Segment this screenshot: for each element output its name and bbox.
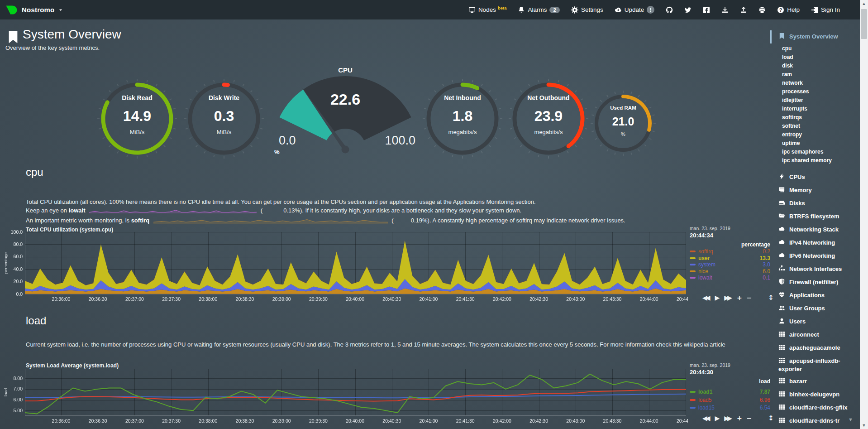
chart-zoom-out-button[interactable]: − [747, 294, 752, 301]
softirq-note-bold: softirq [131, 217, 149, 224]
legend-series-name: iowait [698, 275, 712, 281]
sidebar-item-label: apacheguacamole [789, 344, 840, 351]
sidebar-item-label: IPv6 Networking [789, 252, 835, 259]
chart-zoom-out-button[interactable]: − [747, 415, 752, 422]
load-chart[interactable] [4, 367, 688, 427]
legend-entry-user[interactable]: user13.3 [690, 255, 770, 261]
sidebar-item-users[interactable]: Users [770, 315, 859, 328]
sidebar-item-bazarr[interactable]: bazarr [770, 375, 859, 388]
legend-entry-iowait[interactable]: iowait0.1 [690, 275, 770, 281]
sidebar-item-user-groups[interactable]: User Groups [770, 302, 859, 315]
hostname[interactable]: Nostromo [22, 6, 54, 14]
nav-load-snapshot[interactable] [740, 6, 747, 14]
nav-nodes[interactable]: Nodesbeta [468, 6, 507, 14]
chart-play-button[interactable]: ▶ [715, 415, 720, 422]
gauge-net-outbound[interactable]: Net Outbound23.9megabits/s [508, 78, 589, 159]
nav-alarms-label: Alarms [528, 6, 547, 13]
sidebar-item-load[interactable]: load [770, 53, 859, 62]
sidebar-item-ipc-semaphores[interactable]: ipc semaphores [770, 148, 859, 156]
sidebar-item-softirqs[interactable]: softirqs [770, 113, 859, 122]
sidebar-item-binhex-delugevpn[interactable]: binhex-delugevpn [770, 388, 859, 401]
nav-print[interactable] [758, 6, 766, 14]
sidebar-item-label: entropy [782, 131, 802, 138]
legend-date: man. 23. sep. 2019 [690, 362, 770, 368]
sidebar-item-ipv4-networking[interactable]: IPv4 Networking [770, 236, 859, 250]
sidebar-item-network[interactable]: network [770, 79, 859, 87]
sidebar-item-cpus[interactable]: CPUs [770, 171, 859, 184]
sidebar-item-cloudflare-ddns-gflix[interactable]: cloudflare-ddns-gflix [770, 401, 859, 415]
cpu-chart-legend: man. 23. sep. 201920:44:34percentagesoft… [690, 226, 770, 248]
sidebar-item-apacheguacamole[interactable]: apacheguacamole [770, 342, 859, 355]
legend-entry-load1[interactable]: load17.87 [690, 389, 770, 395]
sidebar-item-label: BTRFS filesystem [789, 213, 839, 220]
bolt-icon [778, 173, 786, 182]
sidebar-item-memory[interactable]: Memory [770, 184, 859, 197]
legend-entry-load15[interactable]: load156.54 [690, 405, 770, 411]
nav-settings[interactable]: Settings [571, 6, 603, 14]
chart-skip-forward-button[interactable]: ▶▶ [724, 415, 730, 422]
gauge-disk-write[interactable]: Disk Write0.3MiB/s [183, 78, 265, 159]
chart-skip-back-button[interactable]: ◀◀ [702, 415, 709, 422]
nav-nodes-label: Nodes [478, 6, 496, 13]
sidebar-item-disk[interactable]: disk [770, 62, 859, 70]
sidebar-item-ipv6-networking[interactable]: IPv6 Networking [770, 250, 859, 263]
scrollbar-down-arrow[interactable]: ▼ [860, 423, 868, 428]
sidebar-item-cloudflare-ddns-tr[interactable]: cloudflare-ddns-tr [770, 415, 859, 428]
sidebar-item-disks[interactable]: Disks [770, 197, 859, 210]
print-icon [758, 6, 766, 14]
sidebar-item-softnet[interactable]: softnet [770, 122, 859, 130]
sidebar-item-firewall-netfilter-[interactable]: Firewall (netfilter) [770, 276, 859, 289]
cpu-desc: Total CPU utilization (all cores). 100% … [26, 198, 536, 206]
legend-date: man. 23. sep. 2019 [690, 226, 770, 231]
nav-update[interactable]: Update! [615, 6, 655, 14]
cpu-chart[interactable] [4, 230, 688, 304]
sidebar-item-btrfs-filesystem[interactable]: BTRFS filesystem [770, 210, 859, 223]
nav-github[interactable] [666, 6, 673, 14]
nav-twitter[interactable] [684, 6, 692, 14]
sidebar-item-network-interfaces[interactable]: Network Interfaces [770, 263, 859, 276]
sidebar-item-cpu[interactable]: cpu [770, 44, 859, 53]
legend-entry-load5[interactable]: load56.96 [690, 397, 770, 403]
chart-skip-back-button[interactable]: ◀◀ [702, 294, 709, 301]
legend-entry-nice[interactable]: nice6.0 [690, 268, 770, 275]
nav-settings-label: Settings [581, 6, 603, 13]
nav-alarms[interactable]: Alarms2 [518, 6, 559, 14]
sidebar-item-interrupts[interactable]: interrupts [770, 105, 859, 113]
nav-sign-in[interactable]: Sign In [811, 6, 840, 14]
sidebar-item-ipc-shared-memory[interactable]: ipc shared memory [770, 156, 859, 165]
nav-facebook[interactable] [703, 6, 710, 14]
page-scrollbar[interactable]: ▲ ▼ [860, 0, 868, 429]
gauge-cpu-meter[interactable]: CPU22.60.0100.0% [272, 64, 419, 157]
github-icon [666, 6, 673, 14]
beta-tag: beta [498, 5, 507, 10]
chart-zoom-in-button[interactable]: + [737, 415, 742, 422]
sidebar-scroll-down-icon: ▼ [848, 417, 853, 422]
sidebar-item-ram[interactable]: ram [770, 70, 859, 79]
legend-entry-system[interactable]: system3.0 [690, 261, 770, 268]
gauge-net-inbound[interactable]: Net Inbound1.8megabits/s [422, 78, 503, 159]
sidebar-item-system-overview[interactable]: System Overview [770, 30, 859, 43]
sidebar-item-networking-stack[interactable]: Networking Stack [770, 223, 859, 236]
brand[interactable]: Nostromo [5, 5, 63, 15]
nav-save-snapshot[interactable] [721, 6, 729, 14]
gauge-value: 14.9 [96, 108, 178, 125]
legend-swatch [690, 407, 696, 409]
nodes-icon [468, 6, 476, 14]
nav-help[interactable]: ?Help [777, 6, 800, 14]
sidebar-item-idlejitter[interactable]: idlejitter [770, 96, 859, 105]
chart-skip-forward-button[interactable]: ▶▶ [724, 294, 730, 301]
sidebar-item-apcupsd-influxdb-exporter[interactable]: apcupsd-influxdb-exporter [770, 355, 859, 375]
sidebar-item-applications[interactable]: Applications [770, 289, 859, 302]
legend-entry-softirq[interactable]: softirq0.2 [690, 248, 770, 255]
chart-play-button[interactable]: ▶ [715, 294, 720, 301]
gauge-used-ram[interactable]: Used RAM21.0% [590, 90, 657, 157]
scrollbar-thumb[interactable] [861, 9, 867, 39]
gauge-disk-read[interactable]: Disk Read14.9MiB/s [96, 78, 178, 159]
chart-zoom-in-button[interactable]: + [737, 294, 742, 301]
sidebar-item-processes[interactable]: processes [770, 87, 859, 96]
sitemap-icon [778, 265, 786, 274]
sidebar-item-airconnect[interactable]: airconnect [770, 328, 859, 342]
sidebar-item-uptime[interactable]: uptime [770, 139, 859, 148]
scrollbar-up-arrow[interactable]: ▲ [860, 1, 868, 6]
sidebar-item-entropy[interactable]: entropy [770, 130, 859, 139]
